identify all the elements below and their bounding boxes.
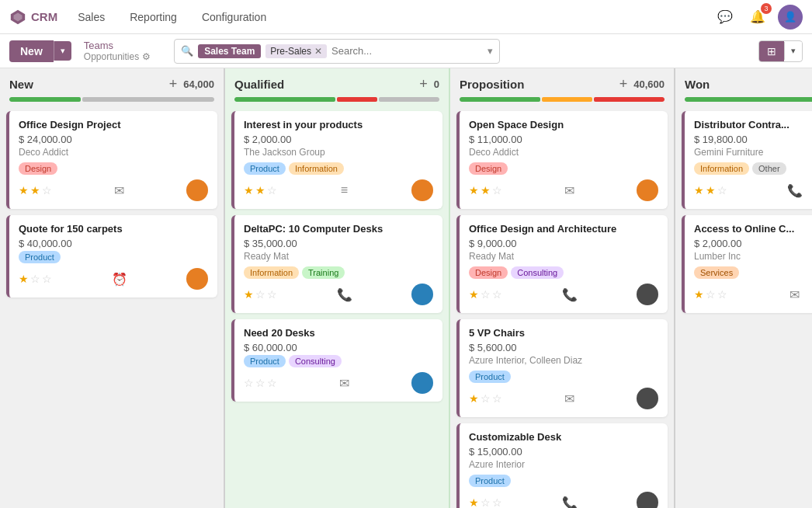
star-empty-icon[interactable]: ☆ [492, 288, 502, 301]
card-tag[interactable]: Design [469, 266, 508, 279]
column-add-proposition[interactable]: + [619, 76, 628, 92]
star-empty-icon[interactable]: ☆ [255, 288, 265, 301]
card-tag[interactable]: Information [289, 162, 344, 175]
star-empty-icon[interactable]: ☆ [42, 273, 52, 285]
star-empty-icon[interactable]: ☆ [706, 288, 716, 301]
card-tag[interactable]: Services [694, 266, 739, 279]
card-tags: ProductConsulting [244, 355, 433, 367]
card-tag[interactable]: Design [19, 162, 57, 175]
progress-segment [82, 97, 214, 102]
card-stars[interactable]: ★★☆ [694, 184, 727, 197]
star-empty-icon[interactable]: ☆ [481, 288, 491, 301]
star-empty-icon[interactable]: ☆ [255, 377, 265, 389]
filter-sales-team[interactable]: Sales Team [198, 44, 261, 58]
card-tag[interactable]: Design [469, 162, 508, 175]
kanban-view-btn[interactable]: ⊞ [759, 41, 784, 61]
star-filled-icon[interactable]: ★ [19, 273, 29, 285]
card[interactable]: 5 VP Chairs$ 5,600.00Azure Interior, Col… [456, 319, 668, 417]
card-tag[interactable]: Product [469, 475, 511, 487]
star-filled-icon[interactable]: ★ [469, 392, 479, 405]
card-stars[interactable]: ★☆☆ [694, 288, 727, 301]
card-tag[interactable]: Product [244, 162, 286, 175]
card-tag[interactable]: Product [244, 355, 286, 367]
card-tag[interactable]: Other [752, 162, 786, 175]
star-empty-icon[interactable]: ☆ [481, 496, 491, 508]
star-empty-icon[interactable]: ☆ [717, 184, 727, 197]
progress-bar-new [9, 97, 214, 102]
view-toggle: ⊞ ▾ [758, 40, 803, 62]
card-stars[interactable]: ★☆☆ [469, 496, 502, 508]
card-stars[interactable]: ★★☆ [19, 184, 52, 197]
column-add-qualified[interactable]: + [419, 76, 428, 92]
card-tag[interactable]: Consulting [511, 266, 564, 279]
card[interactable]: Open Space Design$ 11,000.00Deco AddictD… [456, 111, 668, 209]
star-filled-icon[interactable]: ★ [694, 288, 704, 301]
star-empty-icon[interactable]: ☆ [244, 377, 254, 389]
card-tag[interactable]: Information [694, 162, 749, 175]
column-add-new[interactable]: + [169, 76, 178, 92]
card[interactable]: Need 20 Desks$ 60,000.00ProductConsultin… [231, 319, 442, 402]
card-tag[interactable]: Product [19, 251, 61, 263]
star-filled-icon[interactable]: ★ [469, 496, 479, 508]
card[interactable]: Customizable Desk$ 15,000.00Azure Interi… [456, 423, 668, 508]
star-filled-icon[interactable]: ★ [19, 184, 29, 197]
star-empty-icon[interactable]: ☆ [492, 392, 502, 405]
user-avatar[interactable]: 👤 [778, 5, 803, 30]
card-tag[interactable]: Training [302, 266, 345, 279]
column-cards-qualified: Interest in your products$ 2,000.00The J… [225, 108, 449, 508]
new-button[interactable]: New [9, 40, 54, 62]
logo[interactable]: CRM [9, 9, 57, 26]
card-stars[interactable]: ★★☆ [469, 184, 502, 197]
card-stars[interactable]: ★☆☆ [469, 288, 502, 301]
nav-configuration[interactable]: Configuration [197, 8, 271, 26]
card-stars[interactable]: ★☆☆ [244, 288, 277, 301]
star-empty-icon[interactable]: ☆ [492, 496, 502, 508]
star-filled-icon[interactable]: ★ [469, 288, 479, 301]
card-tag[interactable]: Information [244, 266, 299, 279]
card-stars[interactable]: ★★☆ [244, 184, 277, 197]
star-filled-icon[interactable]: ★ [706, 184, 716, 197]
star-empty-icon[interactable]: ☆ [267, 184, 277, 197]
new-button-dropdown[interactable]: ▾ [54, 41, 71, 61]
card[interactable]: Interest in your products$ 2,000.00The J… [231, 111, 442, 209]
nav-reporting[interactable]: Reporting [125, 8, 182, 26]
star-empty-icon[interactable]: ☆ [30, 273, 40, 285]
search-bar[interactable]: 🔍 Sales Team Pre-Sales ✕ ▾ [174, 39, 500, 64]
star-filled-icon[interactable]: ★ [244, 184, 254, 197]
star-empty-icon[interactable]: ☆ [267, 377, 277, 389]
card-stars[interactable]: ★☆☆ [19, 273, 52, 285]
star-empty-icon[interactable]: ☆ [717, 288, 727, 301]
nav-sales[interactable]: Sales [73, 8, 109, 26]
card[interactable]: Office Design and Architecture$ 9,000.00… [456, 215, 668, 313]
card-footer: ★★☆📞 [694, 179, 812, 201]
card-stars[interactable]: ★☆☆ [469, 392, 502, 405]
settings-icon[interactable]: ⚙ [142, 51, 151, 62]
star-filled-icon[interactable]: ★ [469, 184, 479, 197]
breadcrumb-opportunities[interactable]: Opportunities [84, 51, 139, 62]
star-empty-icon[interactable]: ☆ [481, 392, 491, 405]
star-filled-icon[interactable]: ★ [244, 288, 254, 301]
chat-icon-btn[interactable]: 💬 [713, 5, 737, 30]
star-filled-icon[interactable]: ★ [255, 184, 265, 197]
star-empty-icon[interactable]: ☆ [267, 288, 277, 301]
card[interactable]: Office Design Project$ 24,000.00Deco Add… [6, 111, 217, 209]
card-tag[interactable]: Consulting [289, 355, 342, 367]
star-filled-icon[interactable]: ★ [481, 184, 491, 197]
card[interactable]: DeltaPC: 10 Computer Desks$ 35,000.00Rea… [231, 215, 442, 313]
notifications-icon-btn[interactable]: 🔔 3 [745, 5, 770, 30]
search-dropdown-icon[interactable]: ▾ [488, 45, 493, 57]
star-empty-icon[interactable]: ☆ [492, 184, 502, 197]
card[interactable]: Quote for 150 carpets$ 40,000.00Product★… [6, 215, 217, 297]
breadcrumb-teams[interactable]: Teams [84, 40, 151, 51]
card-stars[interactable]: ☆☆☆ [244, 377, 277, 389]
view-toggle-dropdown[interactable]: ▾ [784, 42, 802, 60]
star-empty-icon[interactable]: ☆ [42, 184, 52, 197]
star-filled-icon[interactable]: ★ [694, 184, 704, 197]
filter-chip-remove[interactable]: ✕ [314, 46, 322, 57]
sub-navbar: New ▾ Teams Opportunities ⚙ 🔍 Sales Team… [0, 34, 812, 68]
search-input[interactable] [331, 45, 480, 57]
card[interactable]: Distributor Contra...$ 19,800.00Gemini F… [682, 111, 812, 209]
card[interactable]: Access to Online C...$ 2,000.00Lumber In… [682, 215, 812, 313]
star-filled-icon[interactable]: ★ [30, 184, 40, 197]
card-tag[interactable]: Product [469, 371, 511, 383]
